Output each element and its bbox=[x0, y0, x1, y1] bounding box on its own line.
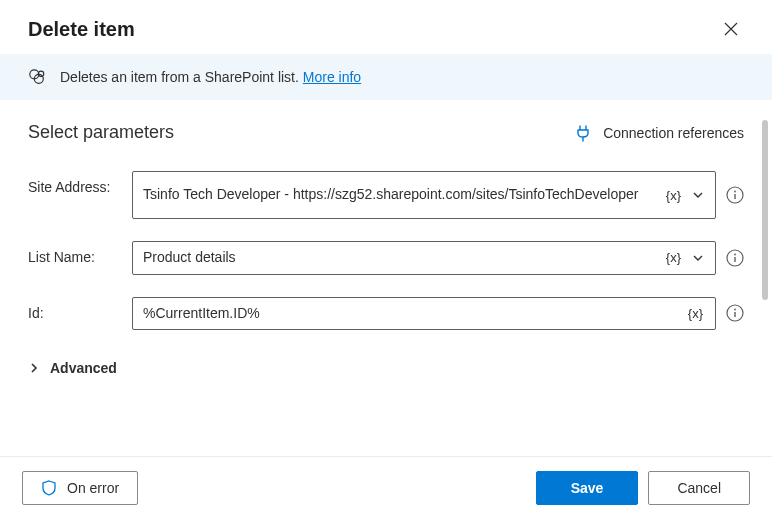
fx-button[interactable]: {x} bbox=[662, 248, 685, 267]
svg-point-4 bbox=[734, 191, 736, 193]
more-info-link[interactable]: More info bbox=[303, 69, 361, 85]
chevron-down-icon bbox=[691, 251, 705, 265]
scrollbar-thumb[interactable] bbox=[762, 120, 768, 300]
id-value: %CurrentItem.ID% bbox=[133, 298, 684, 330]
id-input[interactable]: %CurrentItem.ID% {x} bbox=[132, 297, 716, 331]
section-header: Select parameters Connection references bbox=[28, 122, 744, 143]
save-button[interactable]: Save bbox=[536, 471, 639, 505]
info-icon[interactable] bbox=[726, 186, 744, 204]
dialog-title: Delete item bbox=[28, 18, 135, 41]
site-address-value: Tsinfo Tech Developer - https://szg52.sh… bbox=[133, 179, 662, 211]
close-icon bbox=[724, 22, 738, 36]
info-text-wrap: Deletes an item from a SharePoint list. … bbox=[60, 69, 361, 85]
id-input-wrap: %CurrentItem.ID% {x} bbox=[132, 297, 744, 331]
info-bar: Deletes an item from a SharePoint list. … bbox=[0, 54, 772, 100]
on-error-label: On error bbox=[67, 480, 119, 496]
info-text: Deletes an item from a SharePoint list. bbox=[60, 69, 303, 85]
cancel-button[interactable]: Cancel bbox=[648, 471, 750, 505]
connection-references-link[interactable]: Connection references bbox=[575, 124, 744, 142]
field-id: Id: %CurrentItem.ID% {x} bbox=[28, 297, 744, 331]
list-name-value: Product details bbox=[133, 242, 662, 274]
svg-point-6 bbox=[734, 253, 736, 255]
footer-actions: Save Cancel bbox=[536, 471, 750, 505]
dropdown-chevron[interactable] bbox=[689, 249, 707, 267]
id-controls: {x} bbox=[684, 304, 715, 323]
fx-button[interactable]: {x} bbox=[684, 304, 707, 323]
list-name-input-wrap: Product details {x} bbox=[132, 241, 744, 275]
site-address-label: Site Address: bbox=[28, 171, 120, 195]
id-label: Id: bbox=[28, 297, 120, 321]
content-area: Select parameters Connection references … bbox=[0, 100, 772, 394]
dialog-header: Delete item bbox=[0, 0, 772, 54]
field-list-name: List Name: Product details {x} bbox=[28, 241, 744, 275]
section-title: Select parameters bbox=[28, 122, 174, 143]
dropdown-chevron[interactable] bbox=[689, 186, 707, 204]
info-icon[interactable] bbox=[726, 304, 744, 322]
advanced-toggle[interactable]: Advanced bbox=[28, 352, 744, 384]
chevron-down-icon bbox=[691, 188, 705, 202]
field-site-address: Site Address: Tsinfo Tech Developer - ht… bbox=[28, 171, 744, 219]
connection-references-label: Connection references bbox=[603, 125, 744, 141]
fx-button[interactable]: {x} bbox=[662, 186, 685, 205]
close-button[interactable] bbox=[718, 16, 744, 42]
list-name-input[interactable]: Product details {x} bbox=[132, 241, 716, 275]
svg-point-8 bbox=[734, 309, 736, 311]
chevron-right-icon bbox=[28, 362, 40, 374]
site-address-input[interactable]: Tsinfo Tech Developer - https://szg52.sh… bbox=[132, 171, 716, 219]
dialog-footer: On error Save Cancel bbox=[0, 456, 772, 519]
on-error-button[interactable]: On error bbox=[22, 471, 138, 505]
plug-icon bbox=[575, 124, 591, 142]
sharepoint-icon bbox=[28, 68, 46, 86]
site-address-controls: {x} bbox=[662, 186, 715, 205]
site-address-input-wrap: Tsinfo Tech Developer - https://szg52.sh… bbox=[132, 171, 744, 219]
shield-icon bbox=[41, 480, 57, 496]
list-name-label: List Name: bbox=[28, 241, 120, 265]
info-icon[interactable] bbox=[726, 249, 744, 267]
advanced-label: Advanced bbox=[50, 360, 117, 376]
scrollbar[interactable] bbox=[762, 120, 770, 449]
list-name-controls: {x} bbox=[662, 248, 715, 267]
